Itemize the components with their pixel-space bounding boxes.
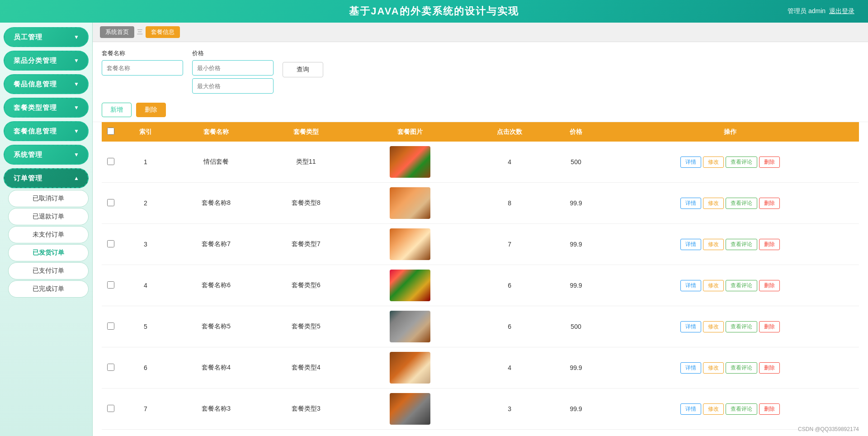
row-actions: 详情 修改 查看评论 删除 [602,389,859,430]
breadcrumb-separator: 三 [137,28,143,36]
sidebar-menu-btn-staff[interactable]: 员工管理▼ [4,27,89,47]
query-button[interactable]: 查询 [283,62,323,77]
detail-button[interactable]: 详情 [680,362,701,374]
row-delete-button[interactable]: 删除 [759,280,780,291]
row-checkbox[interactable] [107,364,114,371]
review-button[interactable]: 查看评论 [726,280,757,291]
detail-button[interactable]: 详情 [680,280,701,291]
row-delete-button[interactable]: 删除 [759,362,780,374]
col-action: 操作 [602,122,859,142]
table-row: 1 情侣套餐 类型11 4 500 详情 修改 查看评论 删除 [102,142,859,183]
edit-button[interactable]: 修改 [703,403,724,415]
sidebar-subitem-refunded[interactable]: 已退款订单 [8,208,89,225]
table-row: 7 套餐名称3 套餐类型3 3 99.9 详情 修改 查看评论 删除 [102,389,859,430]
sidebar-subitem-paid[interactable]: 已支付订单 [8,262,89,280]
edit-button[interactable]: 修改 [703,321,724,332]
review-button[interactable]: 查看评论 [726,156,757,168]
row-name: 套餐名称5 [171,306,261,347]
row-index: 3 [120,224,171,265]
detail-button[interactable]: 详情 [680,239,701,250]
filter-name-input[interactable] [102,60,183,76]
row-delete-button[interactable]: 删除 [759,198,780,209]
sidebar-subitem-shipped[interactable]: 已发货订单 [8,244,89,261]
table-row: 2 套餐名称8 套餐类型8 8 99.9 详情 修改 查看评论 删除 [102,183,859,224]
row-checkbox[interactable] [107,405,114,412]
sidebar-menu-arrow: ▲ [74,175,80,181]
row-image-cell [351,389,469,430]
row-type: 类型11 [261,142,351,183]
sidebar: 员工管理▼菜品分类管理▼餐品信息管理▼套餐类型管理▼套餐信息管理▼系统管理▼订单… [0,23,93,436]
sidebar-menu-label: 员工管理 [14,33,42,42]
row-checkbox-cell [102,389,120,430]
review-button[interactable]: 查看评论 [726,321,757,332]
edit-button[interactable]: 修改 [703,198,724,209]
row-delete-button[interactable]: 删除 [759,239,780,250]
review-button[interactable]: 查看评论 [726,198,757,209]
review-button[interactable]: 查看评论 [726,403,757,415]
row-checkbox[interactable] [107,281,114,289]
row-delete-button[interactable]: 删除 [759,403,780,415]
sidebar-subitem-completed[interactable]: 已完成订单 [8,280,89,298]
row-checkbox[interactable] [107,158,114,165]
row-checkbox[interactable] [107,322,114,330]
sidebar-item-combo-type: 套餐类型管理▼ [4,98,89,118]
col-index: 索引 [120,122,171,142]
review-button[interactable]: 查看评论 [726,239,757,250]
sidebar-subitem-unpaid[interactable]: 未支付订单 [8,226,89,243]
row-name: 套餐名称3 [171,389,261,430]
edit-button[interactable]: 修改 [703,362,724,374]
row-image [390,393,430,425]
row-image [390,187,430,219]
logout-link[interactable]: 退出登录 [829,7,854,14]
breadcrumb-home[interactable]: 系统首页 [100,26,134,38]
sidebar-menu-btn-order[interactable]: 订单管理▲ [4,168,89,188]
row-index: 7 [120,389,171,430]
select-all-checkbox[interactable] [107,128,114,135]
row-checkbox[interactable] [107,240,114,247]
sidebar-item-staff: 员工管理▼ [4,27,89,47]
edit-button[interactable]: 修改 [703,239,724,250]
sidebar-subitem-cancelled[interactable]: 已取消订单 [8,190,89,207]
filter-max-price-input[interactable] [192,78,274,94]
app-title: 基于JAVA的外卖系统的设计与实现 [349,5,519,18]
sidebar-menu-btn-system[interactable]: 系统管理▼ [4,145,89,165]
row-type: 套餐类型6 [261,265,351,306]
sidebar-item-dish-category: 菜品分类管理▼ [4,51,89,71]
breadcrumb: 系统首页 三 套餐信息 [93,23,868,42]
table-row: 5 套餐名称5 套餐类型5 6 500 详情 修改 查看评论 删除 [102,306,859,347]
sidebar-menu-btn-dish-category[interactable]: 菜品分类管理▼ [4,51,89,71]
filter-price-group: 价格 [192,49,274,94]
detail-button[interactable]: 详情 [680,198,701,209]
row-actions: 详情 修改 查看评论 删除 [602,265,859,306]
sidebar-menu-btn-combo-info[interactable]: 套餐信息管理▼ [4,121,89,141]
table-container: 索引 套餐名称 套餐类型 套餐图片 点击次数 价格 操作 1 情侣套餐 类型11… [93,122,868,436]
row-clicks: 4 [469,142,550,183]
filter-min-price-input[interactable] [192,60,274,76]
row-delete-button[interactable]: 删除 [759,321,780,332]
row-image [390,311,430,342]
row-index: 2 [120,183,171,224]
row-price: 99.9 [550,265,602,306]
edit-button[interactable]: 修改 [703,280,724,291]
detail-button[interactable]: 详情 [680,403,701,415]
toolbar: 新增 删除 [93,98,868,122]
detail-button[interactable]: 详情 [680,321,701,332]
edit-button[interactable]: 修改 [703,156,724,168]
new-button[interactable]: 新增 [102,103,132,117]
row-index: 5 [120,306,171,347]
sidebar-menu-btn-combo-type[interactable]: 套餐类型管理▼ [4,98,89,118]
row-delete-button[interactable]: 删除 [759,156,780,168]
row-checkbox[interactable] [107,199,114,206]
review-button[interactable]: 查看评论 [726,362,757,374]
batch-delete-button[interactable]: 删除 [136,103,166,117]
row-price: 99.9 [550,389,602,430]
content-area: 系统首页 三 套餐信息 套餐名称 价格 查询 [93,23,868,436]
sidebar-menu-arrow: ▼ [74,152,80,158]
row-name: 情侣套餐 [171,142,261,183]
row-checkbox-cell [102,183,120,224]
sidebar-menu-btn-dish-info[interactable]: 餐品信息管理▼ [4,74,89,94]
filter-name-group: 套餐名称 [102,49,183,76]
row-clicks: 4 [469,347,550,389]
user-label: 管理员 admin [788,7,826,14]
detail-button[interactable]: 详情 [680,156,701,168]
